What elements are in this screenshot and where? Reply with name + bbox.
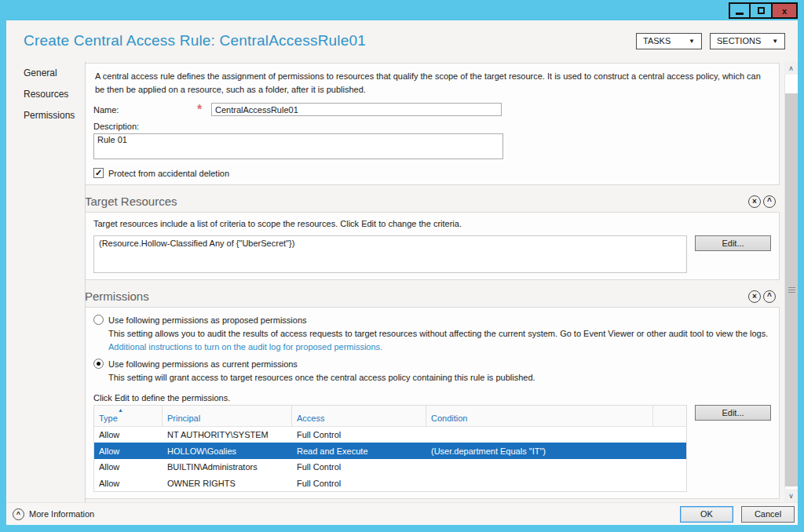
collapse-section-icon[interactable]: ^ (763, 290, 776, 303)
tasks-label: TASKS (643, 36, 671, 46)
scrollbar-thumb[interactable] (785, 93, 798, 486)
page-title: Create Central Access Rule: CentralAcces… (24, 32, 366, 49)
remove-section-icon[interactable]: × (748, 195, 761, 208)
radio-unselected-icon (93, 315, 104, 325)
description-input[interactable]: Rule 01 (93, 133, 503, 159)
permissions-section: Use following permissions as proposed pe… (85, 307, 780, 499)
table-row[interactable]: Allow NT AUTHORITY\SYSTEM Full Control (94, 427, 686, 443)
sidebar-item-general[interactable]: General (24, 67, 85, 78)
name-label: Name: (93, 105, 197, 115)
cancel-button[interactable]: Cancel (741, 506, 795, 523)
click-edit-hint: Click Edit to define the permissions. (93, 393, 771, 403)
permissions-table: Type ▲ Principal Access Condition (93, 405, 687, 492)
column-header-type[interactable]: Type ▲ (94, 406, 163, 426)
section-nav-sidebar: General Resources Permissions (6, 61, 85, 502)
edit-target-resources-button[interactable]: Edit... (695, 235, 771, 251)
name-input[interactable] (211, 103, 502, 116)
scrollbar-grip-icon (788, 287, 795, 293)
vertical-scrollbar: ∧ ∨ (784, 61, 798, 502)
resource-criteria-value: (Resource.Hollow-Classified Any of {"Ube… (93, 235, 687, 273)
target-resources-header: Target Resources × ^ (85, 195, 780, 208)
create-central-access-rule-dialog: Create Central Access Rule: CentralAcces… (6, 20, 798, 525)
scroll-up-button[interactable]: ∧ (784, 61, 798, 75)
collapse-section-icon[interactable]: ^ (763, 195, 776, 208)
edit-permissions-button[interactable]: Edit... (695, 405, 771, 421)
table-row[interactable]: Allow BUILTIN\Administrators Full Contro… (94, 459, 686, 476)
maximize-button[interactable] (751, 2, 773, 19)
close-icon: x (782, 6, 787, 16)
description-label: Description: (93, 122, 771, 131)
current-permissions-description: This setting will grant access to target… (108, 372, 771, 384)
proposed-permissions-radio[interactable]: Use following permissions as proposed pe… (93, 315, 771, 325)
target-resources-title: Target Resources (85, 195, 177, 208)
required-field-icon: * (197, 106, 211, 114)
chevron-down-icon: ▼ (772, 38, 778, 45)
radio-selected-icon (93, 359, 104, 369)
permissions-header: Permissions × ^ (85, 290, 780, 303)
dialog-footer: ^ More Information OK Cancel (6, 502, 798, 525)
general-section: A central access rule defines the assign… (85, 63, 780, 185)
table-row[interactable]: Allow OWNER RIGHTS Full Control (94, 475, 686, 491)
sections-label: SECTIONS (717, 36, 761, 46)
rule-description-text: A central access rule defines the assign… (95, 70, 769, 97)
table-header-row: Type ▲ Principal Access Condition (94, 406, 686, 427)
main-content: A central access rule defines the assign… (85, 61, 783, 502)
close-button[interactable]: x (773, 2, 798, 19)
protect-deletion-label: Protect from accidental deletion (108, 169, 229, 178)
remove-section-icon[interactable]: × (748, 290, 761, 303)
minimize-button[interactable] (729, 2, 751, 19)
current-permissions-radio[interactable]: Use following permissions as current per… (93, 359, 771, 369)
permissions-title: Permissions (85, 290, 149, 303)
ok-button[interactable]: OK (680, 506, 733, 523)
scrollbar-track[interactable] (784, 75, 798, 489)
more-information-label: More Information (29, 509, 94, 519)
sections-dropdown-button[interactable]: SECTIONS ▼ (710, 33, 785, 49)
column-header-condition[interactable]: Condition (426, 406, 653, 426)
proposed-permissions-description: This setting allows you to audit the res… (108, 328, 771, 341)
chevron-down-icon: ▼ (689, 38, 695, 45)
protect-deletion-checkbox[interactable]: ✓ (93, 168, 104, 178)
check-icon: ✓ (95, 168, 102, 178)
scroll-down-button[interactable]: ∨ (784, 489, 798, 502)
dialog-header: Create Central Access Rule: CentralAcces… (6, 20, 798, 61)
dialog-body: General Resources Permissions A central … (6, 61, 798, 502)
more-information-expander[interactable]: ^ More Information (13, 508, 94, 520)
maximize-icon (758, 7, 765, 14)
target-resources-section: Target resources include a list of crite… (85, 212, 780, 280)
column-header-access[interactable]: Access (292, 406, 426, 426)
sort-ascending-icon: ▲ (118, 407, 123, 413)
sidebar-item-permissions[interactable]: Permissions (24, 110, 85, 121)
audit-log-instructions-link[interactable]: Additional instructions to turn on the a… (108, 342, 771, 352)
chevron-up-icon: ^ (13, 508, 24, 520)
tasks-dropdown-button[interactable]: TASKS ▼ (636, 33, 702, 49)
column-header-spacer (653, 406, 686, 426)
target-resources-hint: Target resources include a list of crite… (93, 219, 771, 228)
table-row-selected[interactable]: Allow HOLLOW\Goalies Read and Execute (U… (94, 443, 686, 459)
column-header-principal[interactable]: Principal (163, 406, 292, 426)
window-controls: x (729, 2, 798, 19)
sidebar-item-resources[interactable]: Resources (24, 89, 85, 100)
minimize-icon (736, 13, 744, 15)
